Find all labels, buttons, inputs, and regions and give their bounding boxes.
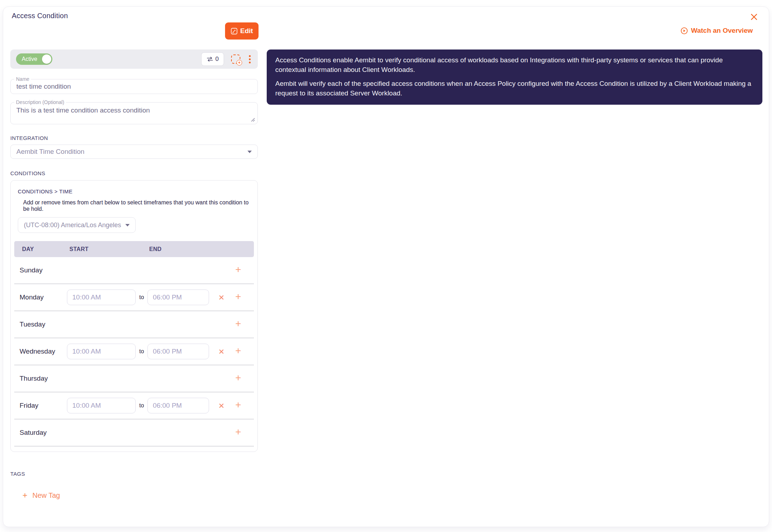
- row-actions: +: [235, 265, 254, 276]
- add-to-policy-icon[interactable]: +: [231, 54, 240, 64]
- table-row: Wednesday to ✕ +: [14, 338, 254, 365]
- time-range: to: [67, 398, 209, 413]
- day-label: Wednesday: [20, 348, 67, 355]
- time-table-header: DAY START END: [14, 241, 254, 257]
- time-range: to: [67, 290, 209, 305]
- condition-form: Active 0 + Name: [10, 49, 258, 500]
- table-row: Friday to ✕ +: [14, 392, 254, 419]
- add-time-button[interactable]: +: [235, 292, 242, 303]
- row-actions: ✕ +: [218, 346, 254, 357]
- close-button[interactable]: [748, 11, 760, 22]
- close-icon: [750, 13, 758, 21]
- to-label: to: [139, 294, 144, 301]
- plus-bubble-icon: +: [236, 60, 242, 66]
- watch-overview-link[interactable]: Watch an Overview: [680, 27, 753, 35]
- edit-pencil-icon: [231, 28, 238, 35]
- edit-button-label: Edit: [240, 27, 253, 35]
- start-time-input[interactable]: [67, 290, 136, 305]
- access-condition-panel: Access Condition Edit Watch an Overview …: [3, 6, 769, 527]
- start-time-input[interactable]: [67, 344, 136, 359]
- row-actions: +: [235, 427, 254, 438]
- new-tag-button[interactable]: + New Tag: [22, 491, 60, 500]
- active-toggle-label: Active: [22, 56, 37, 62]
- description-field-value: This is a test time condition access con…: [11, 106, 156, 114]
- start-time-input[interactable]: [67, 398, 136, 413]
- to-label: to: [139, 402, 144, 409]
- remove-time-button[interactable]: ✕: [218, 347, 225, 356]
- end-time-input[interactable]: [147, 290, 209, 305]
- header-day: DAY: [22, 246, 69, 252]
- timezone-select[interactable]: (UTC-08:00) America/Los Angeles: [18, 217, 136, 233]
- header-start: START: [69, 246, 149, 252]
- toolbar-icons: 0 +: [201, 52, 252, 66]
- toggle-knob: [42, 54, 51, 64]
- add-time-button[interactable]: +: [235, 319, 242, 330]
- integration-section-label: INTEGRATION: [10, 135, 258, 141]
- plus-icon: +: [22, 491, 27, 500]
- conditions-section-label: CONDITIONS: [10, 170, 258, 176]
- table-row: Tuesday +: [14, 311, 254, 338]
- time-range: to: [67, 344, 209, 359]
- header-end: END: [149, 246, 162, 252]
- description-field[interactable]: Description (Optional) This is a test ti…: [10, 102, 258, 124]
- row-actions: ✕ +: [218, 292, 254, 303]
- integration-select-value: Aembit Time Condition: [16, 148, 84, 156]
- new-tag-label: New Tag: [32, 491, 60, 500]
- chevron-down-icon: [247, 151, 252, 153]
- end-time-input[interactable]: [147, 398, 209, 413]
- chevron-down-icon: [125, 224, 130, 226]
- add-time-button[interactable]: +: [235, 373, 242, 384]
- add-time-button[interactable]: +: [235, 265, 242, 276]
- day-label: Sunday: [20, 266, 67, 274]
- play-circle-icon: [680, 27, 688, 35]
- day-label: Saturday: [20, 429, 67, 437]
- policy-count-button[interactable]: 0: [201, 52, 224, 66]
- page-title: Access Condition: [12, 12, 68, 20]
- kebab-menu-icon[interactable]: [247, 54, 252, 65]
- conditions-helper-text: Add or remove times from chart below to …: [23, 199, 254, 212]
- edit-button[interactable]: Edit: [225, 22, 259, 40]
- remove-time-button[interactable]: ✕: [218, 401, 225, 410]
- time-table-body: Sunday + Monday to ✕ + Tuesday + Wednesd…: [14, 257, 254, 447]
- name-field[interactable]: Name test time condition: [10, 79, 258, 94]
- table-row: Sunday +: [14, 257, 254, 284]
- timezone-select-value: (UTC-08:00) America/Los Angeles: [24, 221, 121, 229]
- policy-count: 0: [215, 56, 219, 63]
- info-panel: Access Conditions enable Aembit to verif…: [267, 49, 762, 105]
- table-row: Saturday +: [14, 419, 254, 447]
- active-toggle[interactable]: Active: [16, 53, 52, 65]
- table-row: Monday to ✕ +: [14, 284, 254, 311]
- day-label: Friday: [20, 402, 67, 410]
- watch-overview-label: Watch an Overview: [691, 27, 753, 35]
- add-time-button[interactable]: +: [235, 400, 242, 411]
- remove-time-button[interactable]: ✕: [218, 293, 225, 302]
- row-actions: ✕ +: [218, 400, 254, 411]
- info-paragraph-2: Aembit will verify each of the specified…: [275, 79, 754, 98]
- name-field-label: Name: [14, 76, 31, 82]
- tags-section-label: TAGS: [10, 471, 258, 477]
- row-actions: +: [235, 373, 254, 384]
- day-label: Thursday: [20, 375, 67, 382]
- table-row: Thursday +: [14, 365, 254, 392]
- day-label: Tuesday: [20, 320, 67, 328]
- add-time-button[interactable]: +: [235, 346, 242, 357]
- time-table: DAY START END Sunday + Monday to ✕ + Tue…: [14, 241, 254, 447]
- description-field-label: Description (Optional): [14, 99, 66, 105]
- info-paragraph-1: Access Conditions enable Aembit to verif…: [275, 56, 754, 74]
- transfer-arrows-icon: [207, 56, 213, 62]
- resize-handle-icon[interactable]: [250, 117, 255, 122]
- add-time-button[interactable]: +: [235, 427, 242, 438]
- row-actions: +: [235, 319, 254, 330]
- conditions-breadcrumb: CONDITIONS > TIME: [18, 188, 254, 194]
- day-label: Monday: [20, 293, 67, 301]
- conditions-box: CONDITIONS > TIME Add or remove times fr…: [10, 180, 258, 452]
- to-label: to: [139, 348, 144, 355]
- integration-select[interactable]: Aembit Time Condition: [10, 145, 258, 159]
- name-field-value: test time condition: [11, 83, 77, 90]
- end-time-input[interactable]: [147, 344, 209, 359]
- status-toolbar: Active 0 +: [10, 49, 258, 69]
